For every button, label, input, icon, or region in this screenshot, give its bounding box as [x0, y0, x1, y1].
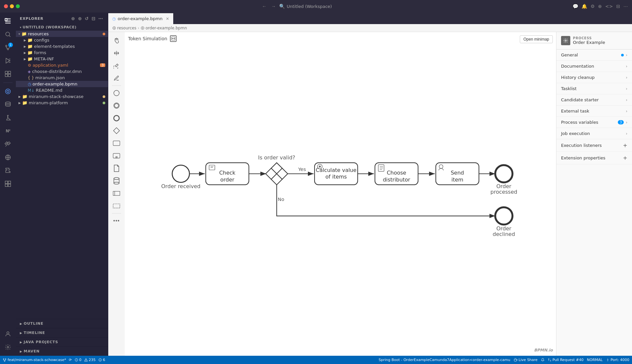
sidebar-item-run[interactable]: [2, 55, 14, 67]
move-tool-button[interactable]: [111, 47, 122, 59]
tree-item-element-templates[interactable]: ▶ 📁 element-templates: [16, 43, 108, 50]
start-event-circle[interactable]: [172, 165, 189, 182]
pool-button[interactable]: [111, 187, 122, 199]
breadcrumb-part-resources[interactable]: resources: [112, 26, 136, 30]
hand-tool-button[interactable]: [111, 35, 122, 47]
tree-item-application-yaml[interactable]: ⚙ application.yaml 3: [16, 62, 108, 68]
maven-header[interactable]: ▶ MAVEN: [16, 348, 108, 354]
vim-mode-item[interactable]: NORMAL: [587, 358, 603, 362]
tree-item-readme[interactable]: M↓ README.md: [16, 87, 108, 93]
tree-item-configs[interactable]: ▶ 📁 configs: [16, 37, 108, 43]
refresh-icon[interactable]: ↺: [84, 15, 90, 22]
warning-item[interactable]: 235: [84, 358, 96, 362]
notification-item[interactable]: [541, 358, 545, 362]
sidebar-item-source-control[interactable]: 1: [2, 42, 14, 53]
new-file-icon[interactable]: ⊕: [71, 15, 76, 22]
sidebar-item-search[interactable]: [2, 28, 14, 40]
pull-request-item[interactable]: Pull Request #40: [548, 358, 583, 362]
notification-icon[interactable]: 🔔: [582, 4, 587, 9]
start-event-button[interactable]: [111, 87, 122, 99]
panel-section-history-cleanup[interactable]: History cleanup ›: [556, 72, 632, 83]
tab-order-example-bpmn[interactable]: ◷ order-example.bpmn ✕: [108, 13, 174, 24]
task-button[interactable]: [111, 137, 122, 149]
port-item[interactable]: Port: 4000: [606, 358, 629, 362]
bpmn-canvas[interactable]: Token Simulation Open minimap: [125, 32, 556, 356]
process-variables-label: Process variables: [561, 120, 598, 125]
sidebar-item-n2[interactable]: N²: [2, 125, 14, 137]
live-share-item[interactable]: Live Share: [514, 358, 538, 362]
tab-close-button[interactable]: ✕: [166, 17, 169, 21]
svg-point-15: [6, 102, 11, 104]
sidebar-item-grid[interactable]: [2, 178, 14, 190]
open-minimap-button[interactable]: Open minimap: [520, 35, 553, 43]
data-store-button[interactable]: [111, 175, 122, 187]
lasso-tool-button[interactable]: [111, 60, 122, 72]
code-icon[interactable]: <>: [605, 4, 613, 9]
sidebar-item-flask[interactable]: [2, 112, 14, 124]
panel-section-process-variables[interactable]: Process variables 3 ›: [556, 117, 632, 128]
tree-item-meta-inf[interactable]: ▶ 📁 META-INF: [16, 56, 108, 62]
end-event-processed-circle[interactable]: [495, 165, 513, 182]
tree-item-miranum-stack[interactable]: ▶ 📁 miranum-stack-showcase: [16, 93, 108, 100]
sidebar-item-database[interactable]: [2, 99, 14, 111]
subprocess-button[interactable]: [111, 150, 122, 162]
settings-icon-activity[interactable]: [2, 341, 14, 353]
close-window-btn[interactable]: [4, 4, 8, 8]
panel-section-general[interactable]: General ›: [556, 50, 632, 61]
end-event-button[interactable]: [111, 112, 122, 124]
new-folder-icon[interactable]: ⊕: [77, 15, 83, 22]
tree-item-miranum-platform[interactable]: ▶ 📁 miranum-platform: [16, 100, 108, 106]
token-simulation-icon[interactable]: [170, 35, 177, 42]
panel-section-candidate-starter[interactable]: Candidate starter ›: [556, 94, 632, 106]
spring-boot-item[interactable]: Spring Boot - OrderExampleCamunda7Applic…: [379, 358, 511, 362]
tree-item-forms[interactable]: ▶ 📁 forms: [16, 50, 108, 56]
sidebar-item-globe[interactable]: [2, 151, 14, 163]
tree-item-choose-distributor[interactable]: ◈ choose-distributor.dmn: [16, 68, 108, 75]
panel-section-external-task[interactable]: External task ›: [556, 106, 632, 117]
sidebar-item-puzzle[interactable]: [2, 165, 14, 177]
maximize-window-btn[interactable]: [16, 4, 20, 8]
timeline-header[interactable]: ▶ TIMELINE: [16, 330, 108, 336]
nav-back-button[interactable]: ←: [261, 3, 268, 10]
panel-section-job-execution[interactable]: Job execution ›: [556, 128, 632, 139]
panel-section-documentation[interactable]: Documentation ›: [556, 61, 632, 72]
more-icon[interactable]: ⋯: [623, 4, 628, 9]
account-icon[interactable]: [2, 328, 14, 340]
panel-section-tasklist[interactable]: Tasklist ›: [556, 83, 632, 94]
data-object-button[interactable]: [111, 162, 122, 174]
extension-properties-plus-icon[interactable]: +: [623, 155, 627, 161]
panel-section-extension-properties[interactable]: Extension properties +: [556, 152, 632, 164]
nav-forward-button[interactable]: →: [270, 3, 277, 10]
svg-point-30: [114, 116, 119, 121]
more-icon-sidebar[interactable]: ⋯: [98, 15, 104, 22]
info-item[interactable]: 6: [98, 358, 105, 362]
chat-icon[interactable]: 💬: [573, 4, 578, 9]
pen-tool-button[interactable]: [111, 72, 122, 84]
execution-listeners-plus-icon[interactable]: +: [623, 142, 627, 149]
outline-header[interactable]: ▶ OUTLINE: [16, 320, 108, 327]
end-event-declined-circle[interactable]: [495, 207, 513, 224]
tree-item-miranum-json[interactable]: { } miranum.json: [16, 75, 108, 81]
sidebar-item-extensions[interactable]: [2, 68, 14, 80]
panel-section-execution-listeners[interactable]: Execution listeners +: [556, 139, 632, 152]
gateway-button[interactable]: [111, 125, 122, 137]
tree-item-order-example-bpmn[interactable]: ◷ order-example.bpmn: [16, 81, 108, 87]
group-button[interactable]: [111, 200, 122, 212]
intermediate-event-button[interactable]: [111, 100, 122, 112]
tree-item-resources[interactable]: ▾ 📁 resources: [16, 31, 108, 37]
minimize-window-btn[interactable]: [10, 4, 14, 8]
split-editor-icon[interactable]: ⊟: [616, 4, 620, 9]
workspace-item[interactable]: ▾ UNTITLED (WORKSPACE): [16, 24, 108, 31]
remote-icon[interactable]: ⊕: [598, 4, 602, 9]
sync-item[interactable]: ⟳: [69, 358, 72, 362]
breadcrumb-part-file[interactable]: order-example.bpmn: [141, 26, 187, 30]
sidebar-item-satellite[interactable]: [2, 138, 14, 150]
branch-item[interactable]: feat/miranum-stack-schowcase*: [3, 358, 66, 362]
error-item[interactable]: 0: [75, 358, 82, 362]
collapse-all-icon[interactable]: ⊟: [91, 15, 96, 22]
sidebar-item-camunda[interactable]: [2, 85, 14, 97]
sidebar-item-explorer[interactable]: [2, 15, 14, 27]
java-projects-header[interactable]: ▶ JAVA PROJECTS: [16, 339, 108, 345]
settings-icon-title[interactable]: ⚙: [590, 4, 595, 9]
more-tools-button[interactable]: •••: [111, 215, 122, 227]
